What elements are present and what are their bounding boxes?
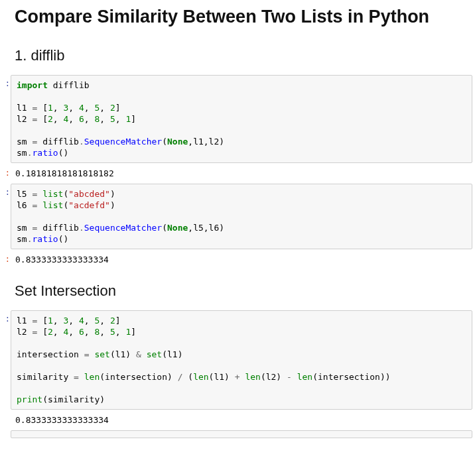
code-block[interactable]	[11, 430, 472, 438]
output-text: 0.18181818181818182	[10, 164, 473, 183]
code-block[interactable]: l1 = [1, 3, 4, 5, 2] l2 = [2, 4, 6, 8, 5…	[11, 310, 472, 410]
out-prompt: :	[0, 164, 10, 178]
out-prompt: :	[0, 250, 10, 264]
in-prompt: :	[0, 183, 10, 197]
in-prompt: :	[0, 74, 10, 88]
code-cell-2: : l5 = list("abcded") l6 = list("acdefd"…	[0, 183, 473, 250]
code-cell-1: : import difflib l1 = [1, 3, 4, 5, 2] l2…	[0, 74, 473, 164]
output-cell-3: 0.8333333333333334	[0, 410, 473, 430]
code-cell-3: : l1 = [1, 3, 4, 5, 2] l2 = [2, 4, 6, 8,…	[0, 310, 473, 410]
output-cell-2: : 0.8333333333333334	[0, 250, 473, 269]
section-heading-set-intersection: Set Intersection	[15, 282, 473, 300]
in-prompt	[0, 430, 10, 434]
output-text: 0.8333333333333334	[10, 410, 473, 430]
code-block[interactable]: import difflib l1 = [1, 3, 4, 5, 2] l2 =…	[11, 75, 472, 163]
out-prompt	[0, 410, 10, 415]
output-text: 0.8333333333333334	[10, 250, 473, 269]
page-title: Compare Similarity Between Two Lists in …	[15, 7, 473, 27]
output-cell-1: : 0.18181818181818182	[0, 164, 473, 183]
in-prompt: :	[0, 310, 10, 324]
code-block[interactable]: l5 = list("abcded") l6 = list("acdefd") …	[11, 184, 472, 249]
section-heading-difflib: 1. difflib	[15, 47, 473, 64]
code-cell-4-partial	[0, 430, 473, 439]
